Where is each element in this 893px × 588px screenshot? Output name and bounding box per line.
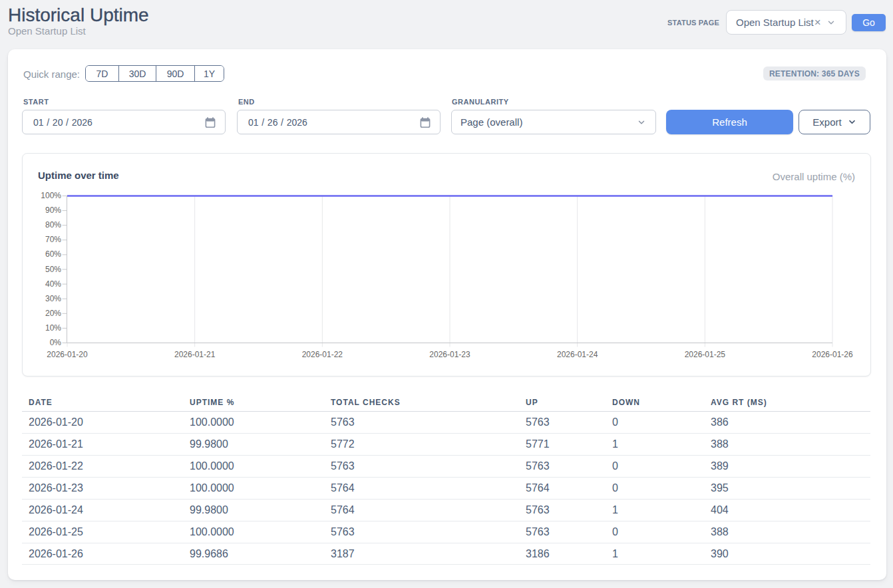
svg-text:2026-01-20: 2026-01-20 xyxy=(47,350,88,359)
svg-text:70%: 70% xyxy=(45,235,61,244)
svg-text:10%: 10% xyxy=(45,323,61,333)
svg-text:80%: 80% xyxy=(45,220,61,229)
svg-text:90%: 90% xyxy=(45,206,61,215)
svg-text:2026-01-21: 2026-01-21 xyxy=(174,350,216,359)
svg-text:20%: 20% xyxy=(45,309,61,318)
svg-text:50%: 50% xyxy=(45,265,61,274)
svg-text:2026-01-26: 2026-01-26 xyxy=(812,350,853,359)
svg-text:40%: 40% xyxy=(45,279,61,289)
svg-text:30%: 30% xyxy=(45,294,61,303)
svg-text:0%: 0% xyxy=(50,338,62,347)
svg-text:2026-01-22: 2026-01-22 xyxy=(302,350,343,359)
svg-text:60%: 60% xyxy=(45,249,61,259)
svg-text:100%: 100% xyxy=(41,191,61,200)
svg-text:2026-01-25: 2026-01-25 xyxy=(685,350,726,359)
svg-text:2026-01-24: 2026-01-24 xyxy=(557,350,598,359)
svg-text:2026-01-23: 2026-01-23 xyxy=(429,350,470,359)
